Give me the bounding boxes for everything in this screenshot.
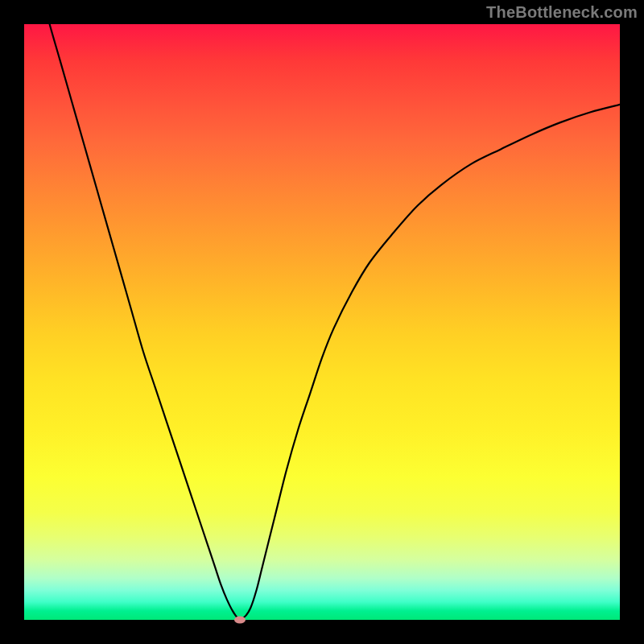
minimum-marker [234,617,246,624]
chart-container: TheBottleneck.com [0,0,644,644]
watermark-text: TheBottleneck.com [486,3,638,22]
curve-svg [24,24,620,620]
plot-area [24,24,620,620]
bottleneck-curve [24,24,620,619]
